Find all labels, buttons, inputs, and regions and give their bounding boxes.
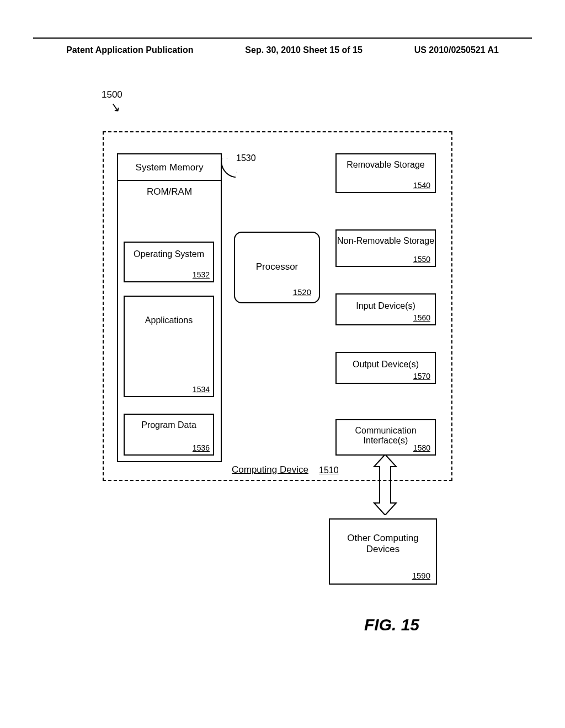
- svg-marker-0: [374, 454, 396, 515]
- program-data-ref: 1536: [193, 443, 210, 452]
- bidirectional-arrow-icon: [371, 454, 399, 515]
- system-memory-title: System Memory: [118, 154, 221, 181]
- input-devices-label: Input Device(s): [356, 301, 415, 311]
- operating-system-box: Operating System 1532: [124, 242, 214, 282]
- communication-interfaces-label: Communication Interface(s): [355, 426, 416, 445]
- figure-caption: FIG. 15: [364, 615, 419, 634]
- computing-device-ref: 1510: [319, 465, 339, 475]
- output-devices-ref: 1570: [413, 372, 430, 381]
- reference-arrow-icon: ↘: [109, 100, 121, 116]
- sysmem-pointer-ref: 1530: [236, 153, 256, 163]
- other-computing-devices-box: Other Computing Devices 1590: [329, 518, 437, 585]
- removable-storage-box: Removable Storage 1540: [335, 153, 436, 193]
- figure-reference-number: 1500: [102, 89, 122, 100]
- page-header: Patent Application Publication Sep. 30, …: [0, 45, 565, 55]
- header-right: US 2010/0250521 A1: [414, 45, 499, 55]
- non-removable-storage-ref: 1550: [413, 255, 430, 264]
- processor-label: Processor: [256, 261, 299, 272]
- operating-system-ref: 1532: [193, 270, 210, 279]
- non-removable-storage-box: Non-Removable Storage 1550: [335, 229, 436, 267]
- header-rule: [33, 38, 532, 39]
- non-removable-storage-label: Non-Removable Storage: [337, 236, 434, 245]
- input-devices-ref: 1560: [413, 313, 430, 322]
- program-data-box: Program Data 1536: [124, 414, 214, 456]
- communication-interfaces-box: Communication Interface(s) 1580: [335, 419, 436, 456]
- other-computing-devices-label: Other Computing Devices: [347, 533, 418, 554]
- applications-box: Applications 1534: [124, 296, 214, 397]
- system-memory-box: System Memory ROM/RAM Operating System 1…: [117, 153, 222, 462]
- communication-interfaces-ref: 1580: [413, 443, 430, 452]
- operating-system-label: Operating System: [134, 249, 204, 259]
- output-devices-label: Output Device(s): [353, 360, 419, 369]
- rom-ram-label: ROM/RAM: [118, 181, 221, 201]
- removable-storage-ref: 1540: [413, 181, 430, 190]
- header-left: Patent Application Publication: [66, 45, 194, 55]
- input-devices-box: Input Device(s) 1560: [335, 293, 436, 325]
- program-data-label: Program Data: [141, 420, 196, 430]
- other-computing-devices-ref: 1590: [412, 571, 430, 580]
- applications-label: Applications: [145, 315, 193, 325]
- processor-box: Processor 1520: [234, 232, 320, 303]
- processor-ref: 1520: [293, 287, 311, 297]
- applications-ref: 1534: [193, 385, 210, 394]
- computing-device-enclosure: 1530 System Memory ROM/RAM Operating Sys…: [103, 131, 452, 481]
- removable-storage-label: Removable Storage: [347, 160, 424, 169]
- header-center: Sep. 30, 2010 Sheet 15 of 15: [245, 45, 363, 55]
- computing-device-label: Computing Device: [232, 464, 308, 475]
- output-devices-box: Output Device(s) 1570: [335, 352, 436, 384]
